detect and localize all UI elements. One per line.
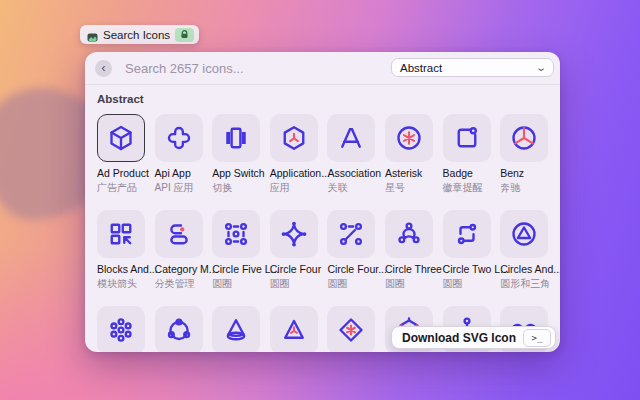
icon-name-en: Api App [155, 167, 203, 179]
chevron-down-icon: ⌄ [535, 62, 547, 73]
section-title: Abstract [97, 93, 560, 105]
icon-name-zh: 圆圈 [270, 277, 318, 291]
icon-preview[interactable] [212, 306, 260, 352]
cones-icon [279, 315, 309, 345]
icon-preview[interactable] [270, 210, 318, 258]
icon-preview[interactable] [155, 210, 203, 258]
icon-preview[interactable] [443, 210, 491, 258]
lock-chip[interactable] [175, 28, 194, 42]
icon-preview[interactable] [97, 210, 145, 258]
launcher-pill[interactable]: Search Icons [80, 25, 199, 44]
icon-preview[interactable] [327, 210, 375, 258]
icon-name-en: Benz [500, 167, 548, 179]
icon-name-zh: 圆圈 [327, 277, 375, 291]
circular-connection-icon [164, 315, 194, 345]
download-tooltip: Download SVG Icon >_ [391, 326, 556, 349]
back-button[interactable]: ‹ [95, 60, 112, 77]
download-tooltip-label: Download SVG Icon [402, 331, 516, 345]
benz-icon [509, 123, 539, 153]
icon-tile-circle-four[interactable]: Circle Four圆圈 [270, 210, 318, 291]
icon-tile-converging-gateway[interactable]: Converging...汇聚网关 [327, 306, 375, 352]
icon-name-en: Application... [270, 167, 318, 179]
ad-product-icon [106, 123, 136, 153]
icon-tile-circle-five-line[interactable]: Circle Five L...圆圈 [212, 210, 260, 291]
icon-name-en: Circle Three [385, 263, 433, 275]
icon-tile-application[interactable]: Application...应用 [270, 114, 318, 195]
category-management-icon [164, 219, 194, 249]
icon-tile-badge[interactable]: Badge徽章提醒 [443, 114, 491, 195]
icon-preview[interactable] [327, 114, 375, 162]
circles-and-triangles-icon [509, 219, 539, 249]
icon-name-en: App Switch [212, 167, 260, 179]
circle-three-icon [394, 219, 424, 249]
icon-name-en: Category M... [155, 263, 203, 275]
launcher-label: Search Icons [103, 29, 170, 41]
app-icon [87, 29, 98, 40]
icon-preview[interactable] [155, 306, 203, 352]
circle-four-line-icon [336, 219, 366, 249]
badge-icon [452, 123, 482, 153]
search-bar: ‹ Abstract ⌄ [85, 52, 560, 85]
icon-tile-ad-product[interactable]: Ad Product广告产品 [97, 114, 145, 195]
icon-tile-cone[interactable]: Cone圆锥 [212, 306, 260, 352]
icon-name-zh: 关联 [327, 181, 375, 195]
icon-tile-asterisk[interactable]: Asterisk星号 [385, 114, 433, 195]
icon-preview[interactable] [327, 306, 375, 352]
icon-name-en: Circle Five L... [212, 263, 260, 275]
icon-preview[interactable] [385, 114, 433, 162]
icon-tile-circle-four-line[interactable]: Circle Four...圆圈 [327, 210, 375, 291]
icon-preview[interactable] [155, 114, 203, 162]
icon-name-en: Circles And... [500, 263, 548, 275]
icon-name-en: Circle Four [270, 263, 318, 275]
circle-two-line-icon [452, 219, 482, 249]
asterisk-icon [394, 123, 424, 153]
icon-preview[interactable] [97, 306, 145, 352]
icon-tile-circle-three[interactable]: Circle Three圆圈 [385, 210, 433, 291]
converging-gateway-icon [336, 315, 366, 345]
icon-name-zh: 分类管理 [155, 277, 203, 291]
association-icon [336, 123, 366, 153]
icon-preview[interactable] [385, 210, 433, 258]
icon-name-zh: 星号 [385, 181, 433, 195]
api-app-icon [164, 123, 194, 153]
icon-name-zh: API 应用 [155, 181, 203, 195]
icon-name-en: Circle Four... [327, 263, 375, 275]
terminal-shortcut-button[interactable]: >_ [523, 329, 551, 347]
icon-name-zh: 圆形和三角 [500, 277, 548, 291]
icon-preview[interactable] [212, 210, 260, 258]
icon-tile-circles-seven[interactable]: Circles Seven圆圈 [97, 306, 145, 352]
icon-preview[interactable] [212, 114, 260, 162]
icon-tile-category-management[interactable]: Category M...分类管理 [155, 210, 203, 291]
icon-tile-association[interactable]: Association关联 [327, 114, 375, 195]
icon-tile-blocks-and-arrows[interactable]: Blocks And...模块箭头 [97, 210, 145, 291]
icon-tile-circle-two-line[interactable]: Circle Two L...圆圈 [443, 210, 491, 291]
icon-name-zh: 圆圈 [385, 277, 433, 291]
blocks-and-arrows-icon [106, 219, 136, 249]
category-dropdown[interactable]: Abstract ⌄ [391, 58, 554, 77]
icon-preview[interactable] [500, 114, 548, 162]
cone-icon [221, 315, 251, 345]
icon-grid: Ad Product广告产品Api AppAPI 应用App Switch切换A… [97, 114, 560, 352]
icon-browser-panel: ‹ Abstract ⌄ Abstract Ad Product广告产品Api … [85, 52, 560, 352]
icon-name-en: Blocks And... [97, 263, 145, 275]
icon-tile-api-app[interactable]: Api AppAPI 应用 [155, 114, 203, 195]
icon-name-en: Circle Two L... [443, 263, 491, 275]
icon-tile-benz[interactable]: Benz奔驰 [500, 114, 548, 195]
icon-tile-circles-and-triangles[interactable]: Circles And...圆形和三角 [500, 210, 548, 291]
icon-tile-cones[interactable]: Cones圆锥体 [270, 306, 318, 352]
circle-five-line-icon [221, 219, 251, 249]
icon-preview[interactable] [500, 210, 548, 258]
icon-preview[interactable] [270, 114, 318, 162]
icon-name-zh: 应用 [270, 181, 318, 195]
lock-icon [180, 30, 189, 39]
icon-name-en: Association [327, 167, 375, 179]
icon-name-zh: 广告产品 [97, 181, 145, 195]
icon-name-en: Badge [443, 167, 491, 179]
icon-tile-circular-connection[interactable]: Circular Con...圆形连接 [155, 306, 203, 352]
icon-preview[interactable] [97, 114, 145, 162]
icon-preview[interactable] [270, 306, 318, 352]
icon-name-en: Asterisk [385, 167, 433, 179]
icon-preview[interactable] [443, 114, 491, 162]
icon-name-zh: 切换 [212, 181, 260, 195]
icon-tile-app-switch[interactable]: App Switch切换 [212, 114, 260, 195]
